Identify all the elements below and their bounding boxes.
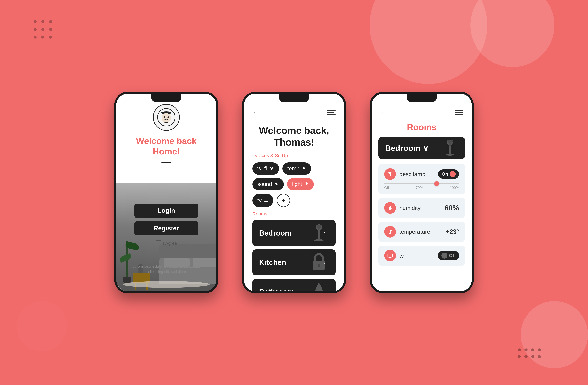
svg-rect-16 (264, 199, 268, 201)
svg-point-5 (168, 116, 169, 118)
svg-rect-33 (390, 230, 391, 233)
kitchen-icon (302, 250, 336, 275)
device-temp[interactable]: temp (282, 162, 311, 175)
light-icon (304, 181, 309, 187)
device-sound[interactable]: sound (252, 178, 284, 190)
agree-checkbox[interactable] (156, 240, 161, 246)
slider-fill (384, 183, 437, 184)
devices-section-label: Devices & SetUp (244, 151, 344, 160)
rooms-header: ← (372, 106, 472, 119)
svg-rect-6 (157, 242, 160, 245)
home-header: ← (244, 106, 344, 119)
bedroom-icon (302, 220, 336, 246)
svg-point-7 (303, 167, 305, 169)
plant-pot (123, 277, 131, 283)
agree-row: I Agree (156, 240, 177, 246)
svg-line-15 (308, 182, 308, 183)
svg-point-28 (389, 172, 391, 174)
slider-track[interactable] (384, 183, 459, 184)
svg-point-3 (162, 113, 171, 122)
user-icon (157, 108, 176, 127)
rooms-section-label: Rooms (244, 210, 344, 218)
back-button[interactable]: ← (252, 109, 259, 116)
lamp-row: desc lamp On (384, 168, 459, 180)
rooms-back-button[interactable]: ← (380, 109, 386, 116)
agree-label: I Agree (163, 241, 177, 246)
rooms-page-title: Rooms (372, 119, 472, 135)
tv-icon (384, 250, 396, 261)
svg-rect-19 (318, 230, 320, 239)
rug (123, 281, 210, 288)
notch-1 (151, 94, 181, 102)
svg-rect-37 (388, 254, 393, 257)
lorem-text: Lorem ipsum dolor sit amet, consectetuer… (126, 264, 206, 274)
temperature-icon (384, 226, 396, 238)
rooms-menu-button[interactable] (455, 110, 463, 115)
svg-point-11 (306, 182, 308, 184)
device-tv[interactable]: tv (252, 194, 273, 207)
temperature-value: +23° (446, 228, 459, 235)
sound-label: sound (257, 181, 272, 187)
lamp-control: desc lamp On (378, 164, 465, 194)
lamp-slider[interactable] (384, 183, 459, 184)
room-selector[interactable]: Bedroom ∨ (378, 137, 465, 159)
phone-home: ← Welcome back, Thomas! Devices & SetUp … (242, 92, 346, 293)
rooms-list: Bedroom › (244, 218, 344, 291)
add-device-button[interactable]: + (277, 194, 290, 207)
svg-marker-10 (275, 182, 277, 185)
lamp-toggle[interactable]: On (438, 169, 459, 179)
slider-handle[interactable] (434, 181, 439, 186)
avatar (153, 104, 180, 131)
room-kitchen[interactable]: Kitchen › (252, 250, 336, 275)
checkbox-icon (157, 242, 160, 245)
controls-area: desc lamp On (372, 161, 472, 269)
svg-line-32 (392, 172, 392, 173)
login-button[interactable]: Login (134, 204, 198, 218)
phone-rooms: ← Rooms Bedroom ∨ (370, 92, 474, 293)
bathroom-icon (302, 279, 336, 291)
temperature-row: temperature +23° (384, 226, 459, 238)
svg-rect-12 (306, 184, 307, 185)
register-button[interactable]: Register (134, 221, 198, 235)
lamp-icon (384, 168, 396, 180)
toggle-circle-on (450, 171, 456, 177)
temp-icon (302, 166, 306, 172)
svg-line-31 (388, 172, 389, 173)
lamp-name: desc lamp (399, 171, 435, 177)
tv-row: tv Off (384, 250, 459, 261)
greeting-title: Welcome back, Thomas! (244, 119, 344, 151)
notch-3 (407, 94, 437, 102)
tv-icon (264, 197, 268, 204)
temperature-name: temperature (399, 229, 442, 235)
devices-grid: wi-fi temp sound (244, 160, 344, 210)
svg-rect-2 (162, 113, 170, 113)
svg-line-14 (305, 182, 305, 183)
svg-point-20 (314, 239, 324, 241)
device-light[interactable]: light (287, 178, 314, 190)
menu-button[interactable] (327, 110, 336, 115)
svg-rect-29 (390, 174, 391, 176)
sound-icon (274, 181, 279, 187)
phone-login: Welcome back Home! (114, 92, 218, 293)
dash-divider (161, 162, 171, 163)
device-wifi[interactable]: wi-fi (252, 162, 279, 175)
login-screen: Welcome back Home! (116, 94, 216, 291)
room-bathroom[interactable]: Bathroom › (252, 279, 336, 291)
toggle-circle-off (441, 252, 447, 259)
welcome-text: Welcome back Home! (136, 136, 197, 157)
tv-toggle[interactable]: Off (438, 251, 459, 260)
login-buttons-section: Login Register I Agree (116, 204, 216, 246)
room-bedroom[interactable]: Bedroom › (252, 220, 336, 246)
humidity-control: humidity 60% (378, 198, 465, 218)
humidity-name: humidity (399, 205, 441, 211)
notch-2 (279, 94, 309, 102)
plant-leaf1 (119, 253, 132, 263)
svg-point-26 (445, 154, 454, 155)
wifi-label: wi-fi (257, 166, 267, 172)
login-top-section: Welcome back Home! (116, 104, 216, 163)
tv-control: tv Off (378, 246, 465, 266)
light-label: light (292, 181, 302, 187)
phones-container: Welcome back Home! (114, 92, 474, 293)
temperature-control: temperature +23° (378, 222, 465, 242)
room-selector-icon (435, 137, 465, 159)
